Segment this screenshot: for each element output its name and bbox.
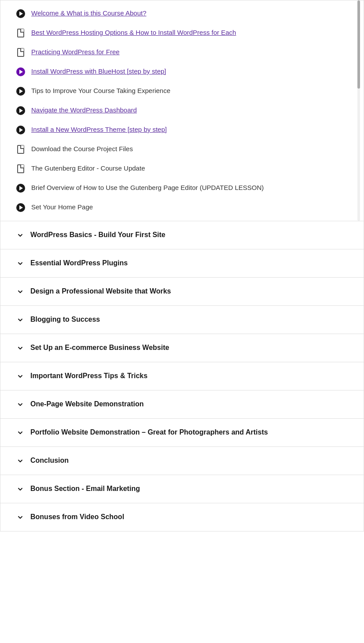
chevron-down-icon [16,401,24,409]
lesson-item: Brief Overview of How to Use the Gutenbe… [0,178,364,198]
collapsed-section-item[interactable]: Conclusion [0,447,364,475]
course-curriculum: Welcome & What is this Course About?Best… [0,0,364,531]
play-icon [16,9,25,18]
lesson-title[interactable]: Install a New WordPress Theme [step by s… [31,125,167,134]
lesson-title[interactable]: Navigate the WordPress Dashboard [31,105,137,115]
section-title: WordPress Basics - Build Your First Site [30,230,165,240]
scrollbar-track[interactable] [357,0,360,221]
section-title: Important WordPress Tips & Tricks [30,372,147,381]
lesson-item[interactable]: Install WordPress with BlueHost [step by… [0,62,364,82]
play-icon [16,126,25,134]
play-icon [16,184,25,193]
lesson-title: Tips to Improve Your Course Taking Exper… [31,86,170,95]
chevron-down-icon [16,485,24,493]
section-title: Set Up an E-commerce Business Website [30,343,169,353]
play-icon [16,106,25,115]
collapsed-section-item[interactable]: Important WordPress Tips & Tricks [0,362,364,390]
lesson-item[interactable]: Navigate the WordPress Dashboard [0,101,364,120]
lesson-title[interactable]: Best WordPress Hosting Options & How to … [31,28,236,37]
chevron-down-icon [16,316,24,324]
play-icon [16,203,25,212]
lesson-title: Brief Overview of How to Use the Gutenbe… [31,183,264,192]
collapsed-section-item[interactable]: Blogging to Success [0,306,364,334]
chevron-down-icon [16,260,24,268]
section-title: Design a Professional Website that Works [30,287,171,296]
lesson-item: Tips to Improve Your Course Taking Exper… [0,82,364,101]
section-title: Bonuses from Video School [30,513,124,522]
chevron-down-icon [16,344,24,352]
lesson-title: The Gutenberg Editor - Course Update [31,164,145,173]
chevron-down-icon [16,457,24,465]
collapsed-section-item[interactable]: Portfolio Website Demonstration – Great … [0,419,364,447]
lesson-title: Download the Course Project Files [31,144,133,153]
scrollbar-thumb[interactable] [357,0,360,89]
collapsed-section-item[interactable]: Set Up an E-commerce Business Website [0,334,364,362]
lesson-item[interactable]: Welcome & What is this Course About? [0,4,364,23]
lesson-title: Set Your Home Page [31,202,93,212]
document-icon [17,48,24,57]
lesson-title[interactable]: Install WordPress with BlueHost [step by… [31,67,166,76]
document-icon [17,29,24,37]
chevron-down-icon [16,288,24,296]
collapsed-section-item[interactable]: Bonus Section - Email Marketing [0,475,364,503]
chevron-down-icon [16,372,24,380]
play-icon [16,67,25,76]
sections-list: WordPress Basics - Build Your First Site… [0,221,364,531]
collapsed-section-item[interactable]: Bonuses from Video School [0,503,364,531]
collapsed-section-item[interactable]: WordPress Basics - Build Your First Site [0,221,364,249]
document-icon [17,145,24,154]
section-title: Bonus Section - Email Marketing [30,484,140,494]
lesson-item[interactable]: Best WordPress Hosting Options & How to … [0,23,364,43]
lesson-title[interactable]: Welcome & What is this Course About? [31,8,147,18]
section-title: Portfolio Website Demonstration – Great … [30,428,268,437]
section-title: One-Page Website Demonstration [30,400,144,409]
expanded-section: Welcome & What is this Course About?Best… [0,0,364,221]
document-icon [17,164,24,173]
section-title: Essential WordPress Plugins [30,259,128,268]
chevron-down-icon [16,513,24,521]
lesson-item: Download the Course Project Files [0,140,364,159]
chevron-down-icon [16,231,24,239]
lesson-item: Set Your Home Page [0,198,364,217]
lesson-title[interactable]: Practicing WordPress for Free [31,47,120,56]
lesson-item[interactable]: Practicing WordPress for Free [0,43,364,62]
collapsed-section-item[interactable]: Design a Professional Website that Works [0,278,364,306]
lesson-item[interactable]: Install a New WordPress Theme [step by s… [0,120,364,140]
chevron-down-icon [16,429,24,437]
section-title: Blogging to Success [30,315,100,324]
lesson-item: The Gutenberg Editor - Course Update [0,159,364,178]
section-title: Conclusion [30,456,69,465]
play-icon [16,87,25,96]
collapsed-section-item[interactable]: One-Page Website Demonstration [0,390,364,419]
collapsed-section-item[interactable]: Essential WordPress Plugins [0,249,364,278]
